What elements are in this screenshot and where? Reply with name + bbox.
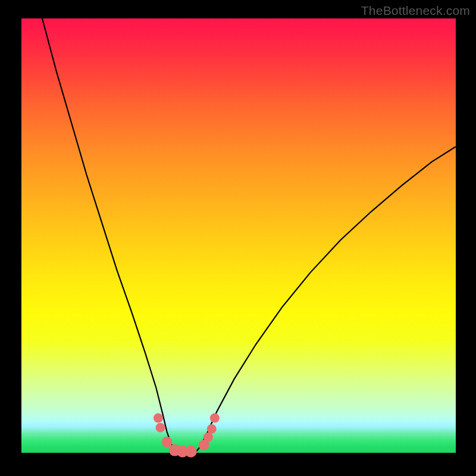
marker-dot [203,433,213,442]
marker-dot [185,446,197,458]
marker-dot [210,414,220,423]
watermark-label: TheBottleneck.com [361,4,470,18]
trough-markers [154,414,220,458]
chart-frame: TheBottleneck.com [0,0,476,476]
marker-dot [207,424,217,434]
right-curve [195,146,456,453]
curve-overlay [21,18,456,453]
left-curve [42,18,178,453]
marker-dot [154,414,163,423]
marker-dot [156,423,165,433]
marker-dot [162,437,173,447]
plot-area [21,18,456,453]
